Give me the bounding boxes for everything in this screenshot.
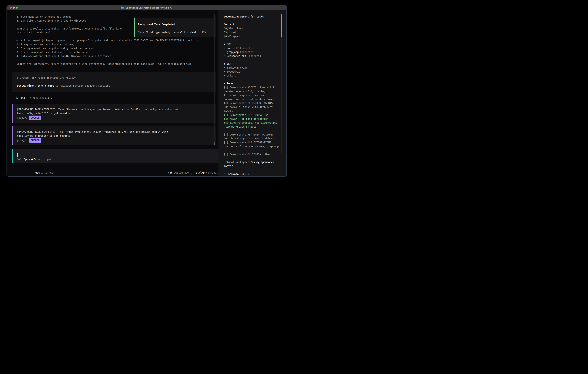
toast-title: Background Task Completed bbox=[138, 22, 216, 26]
workspace-path: ~/local-workspaces/oh-my-opencode: bbox=[224, 160, 282, 164]
oracle-task-box: ◉ Oracle Task "Deep architecture review"… bbox=[12, 72, 216, 92]
text-line bbox=[224, 148, 282, 152]
agent-session-line[interactable]: OmO · claude-opus-4-5 bbox=[17, 96, 219, 100]
text-line bbox=[224, 58, 282, 62]
sidebar-section-header-mcp[interactable]: ▼ MCP bbox=[224, 42, 282, 46]
text-line bbox=[17, 80, 216, 84]
todo-item-line: Use context7, websearch_exa, grep_app bbox=[224, 145, 282, 148]
text-line bbox=[224, 78, 282, 82]
sidebar-content: Leveraging agents for tasks Context66,51… bbox=[224, 15, 282, 176]
message-author: yeongyu bbox=[17, 138, 27, 142]
background-task-message: [BACKGROUND TASK COMPLETED] Task "Find t… bbox=[12, 126, 216, 145]
sidebar: Leveraging agents for tasks Context66,51… bbox=[219, 10, 286, 176]
prompt-input[interactable]: OmO Opus 4.5 Anthropic bbox=[12, 149, 219, 163]
ctrlp-key-hint: ctrl+p bbox=[196, 171, 205, 175]
half-moon-icon bbox=[170, 7, 172, 9]
toast-body: Task "Find type safety issues" finished … bbox=[138, 30, 216, 34]
status-badge: QUEUED bbox=[29, 115, 41, 120]
background-task-toast: Background Task Completed Task "Find typ… bbox=[134, 18, 216, 37]
agent-model: claude-opus-4-5 bbox=[30, 96, 52, 100]
message-meta: yeongyu QUEUED bbox=[17, 116, 216, 120]
text-line: ◉ Oracle Task "Deep architecture review" bbox=[17, 76, 216, 80]
text-cursor bbox=[17, 153, 18, 157]
text-line: task_id="bg_6f59260c" to get results. bbox=[17, 134, 216, 138]
agent-separator: · bbox=[27, 96, 28, 100]
text-line: 1. Array access without bounds checking bbox=[17, 42, 219, 46]
input-provider-name: Anthropic bbox=[38, 157, 52, 161]
text-line: [BACKGROUND TASK COMPLETED] Task "Find t… bbox=[17, 130, 216, 134]
text-line: ⚙ call_omo_agent [subagent_type=explore,… bbox=[17, 39, 219, 42]
lsp-item: • eslint bbox=[224, 74, 282, 78]
main-scrollbar-thumb[interactable] bbox=[214, 143, 215, 145]
mcp-item: • grep_app Connected bbox=[224, 50, 282, 54]
text-line bbox=[224, 168, 282, 172]
folder-icon bbox=[121, 7, 124, 9]
text-line: task_id="bg_dcfac161" to get results. bbox=[17, 111, 216, 115]
sidebar-scrollbar-thumb[interactable] bbox=[281, 14, 282, 37]
text-line bbox=[224, 38, 282, 42]
window-title-group: [OpenCode] Leveraging agents for tasks bbox=[7, 7, 286, 9]
text-line: 3. Division operations that could divide… bbox=[17, 50, 219, 54]
todo-item-open: [ ] Demonstrate MULTIMODAL: Use bbox=[224, 152, 282, 156]
version-line: • OpenCode 1.0.163 bbox=[224, 172, 282, 176]
status-bar: ········· esc interrupt tab switch agent… bbox=[7, 171, 219, 175]
text-line: [BACKGROUND TASK COMPLETED] Task "Resear… bbox=[17, 107, 216, 111]
todo-item-line: models bbox=[224, 109, 282, 113]
sidebar-section-header-todo[interactable]: ▼ Todo bbox=[224, 82, 282, 85]
app-window: [OpenCode] Leveraging agents for tasks 3… bbox=[7, 5, 287, 177]
input-agent-name[interactable]: OmO bbox=[17, 157, 21, 161]
todo-item-line: document-writer, multimodal-looker) bbox=[224, 97, 282, 101]
workspace-branch: master bbox=[224, 164, 282, 168]
toast-spacer bbox=[138, 26, 216, 30]
text-line bbox=[224, 19, 282, 22]
lsp-item: • markdown-oxide bbox=[224, 66, 282, 70]
todo-item-line: search and replace across codebase bbox=[224, 137, 282, 141]
text-line: 4. Path operations that don't handle Win… bbox=[17, 54, 219, 58]
context-used: 33% used bbox=[224, 31, 282, 34]
todo-item-active: [ ] Demonstrate LSP TOOLS: Use bbox=[224, 113, 282, 117]
tab-hint-label: switch agent bbox=[174, 171, 192, 175]
text-line bbox=[17, 58, 219, 62]
mcp-item: • context7 Connected bbox=[224, 46, 282, 50]
todo-item-line: Run parallel tasks with different bbox=[224, 105, 282, 109]
agent-name: OmO bbox=[21, 96, 25, 100]
text-line bbox=[224, 129, 282, 133]
todo-item-line: lsp_find_references, lsp_diagnostics, bbox=[224, 121, 282, 125]
content-area: 3. File handles or streams not closed4. … bbox=[7, 10, 286, 176]
window-title: [OpenCode] Leveraging agents for tasks bbox=[125, 7, 169, 9]
todo-item-done: [✓] Demonstrate BACKGROUND AGENTS: bbox=[224, 101, 282, 105]
status-bar-right: tab switch agent ctrl+p commands bbox=[168, 171, 218, 175]
todo-item-open: [ ] Demonstrate AST-GREP: Pattern bbox=[224, 133, 282, 137]
todo-item-line: lsp_hover, lsp_goto_definition, bbox=[224, 117, 282, 121]
todo-item-line: curated agents (OmO, oracle, bbox=[224, 90, 282, 94]
ctrlp-hint-label: commands bbox=[206, 171, 218, 175]
input-model-name[interactable]: Opus 4.5 bbox=[24, 157, 36, 161]
agent-icon bbox=[17, 97, 19, 99]
message-meta: yeongyu QUEUED bbox=[17, 138, 216, 143]
message-text: [BACKGROUND TASK COMPLETED] Task "Find t… bbox=[17, 130, 216, 138]
todo-item-done: [✓] Demonstrate AGENTS: Show all 7 bbox=[224, 85, 282, 89]
context-tokens: 66,518 tokens bbox=[224, 27, 282, 31]
background-task-message: [BACKGROUND TASK COMPLETED] Task "Resear… bbox=[12, 104, 216, 123]
text-line: Search src/ directory. Return specific f… bbox=[17, 62, 219, 66]
main-scrollbar-thumb-top[interactable] bbox=[214, 14, 215, 18]
todo-item-line: librarian, explore, frontend, bbox=[224, 94, 282, 97]
esc-hint-label: interrupt bbox=[41, 171, 54, 175]
title-bar: [OpenCode] Leveraging agents for tasks bbox=[7, 6, 286, 10]
sidebar-scrollbar[interactable] bbox=[281, 14, 282, 153]
main-terminal-pane: 3. File handles or streams not closed4. … bbox=[7, 10, 219, 176]
sidebar-section-header-lsp[interactable]: ▼ LSP bbox=[224, 62, 282, 66]
todo-item-open: [ ] Demonstrate MCP INTEGRATIONS: bbox=[224, 141, 282, 145]
mcp-item: • websearch_exa Connected bbox=[224, 54, 282, 58]
text-line: 2. String operations on potentially unde… bbox=[17, 46, 219, 50]
message-text: [BACKGROUND TASK COMPLETED] Task "Resear… bbox=[17, 107, 216, 115]
session-title: Leveraging agents for tasks bbox=[224, 15, 282, 19]
text-line: ctrl+x right, ctrl+x left to navigate be… bbox=[17, 84, 216, 88]
esc-key-hint: esc bbox=[35, 171, 40, 175]
main-scrollbar[interactable] bbox=[214, 14, 215, 145]
todo-item-line: lsp_workspace_symbols bbox=[224, 125, 282, 129]
context-header: Context bbox=[224, 22, 282, 26]
lsp-item: • typescript bbox=[224, 70, 282, 74]
message-author: yeongyu bbox=[17, 116, 27, 120]
tab-key-hint: tab bbox=[168, 171, 172, 175]
